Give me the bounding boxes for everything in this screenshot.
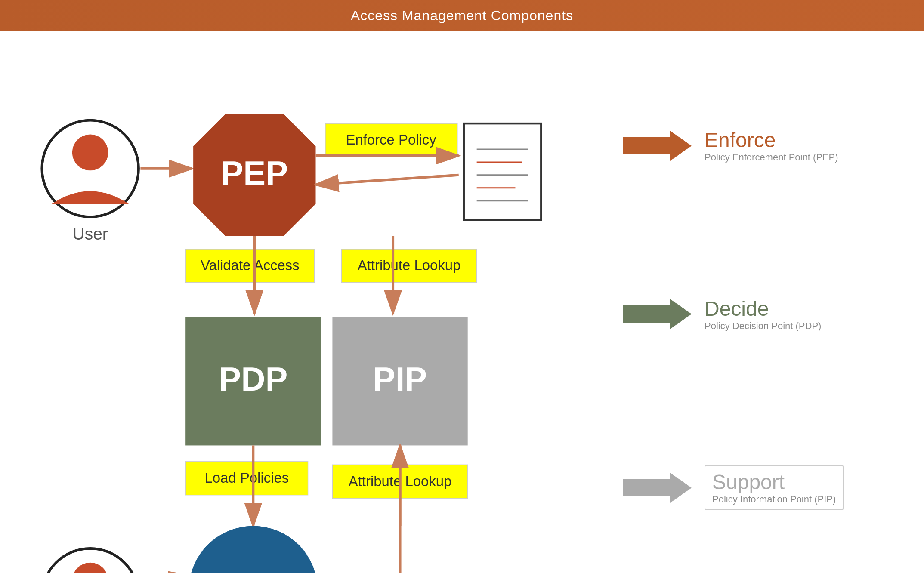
support-title: Support: [712, 470, 836, 494]
svg-text:Validate Access: Validate Access: [201, 257, 300, 273]
pdp-shape: PDP: [185, 317, 321, 445]
support-legend-text: Support Policy Information Point (PIP): [705, 465, 844, 510]
admin-icon: Administrator: [41, 548, 139, 573]
attribute-lookup-label-1: Attribute Lookup: [341, 249, 476, 283]
svg-line-7: [316, 175, 459, 185]
support-subtitle: Policy Information Point (PIP): [712, 494, 836, 505]
svg-text:Attribute Lookup: Attribute Lookup: [358, 257, 461, 273]
enforce-legend-text: Enforce Policy Enforcement Point (PEP): [705, 128, 838, 163]
enforce-subtitle: Policy Enforcement Point (PEP): [705, 152, 838, 163]
svg-point-36: [72, 563, 108, 573]
svg-text:Enforce Policy: Enforce Policy: [346, 132, 436, 148]
legend-decide: Decide Policy Decision Point (PDP): [623, 297, 881, 332]
legend-enforce: Enforce Policy Enforcement Point (PEP): [623, 128, 881, 163]
decide-subtitle: Policy Decision Point (PDP): [705, 320, 821, 332]
svg-marker-38: [623, 131, 692, 161]
support-arrow-icon: [623, 473, 692, 503]
svg-point-1: [72, 135, 108, 171]
enforce-policy-label: Enforce Policy: [325, 123, 457, 157]
document-icon: [464, 123, 541, 220]
load-policies-label: Load Policies: [185, 462, 308, 495]
legend-area: Enforce Policy Enforcement Point (PEP) D…: [606, 49, 898, 573]
pip-label: PIP: [373, 360, 427, 397]
svg-text:Load Policies: Load Policies: [204, 470, 289, 486]
legend-support: Support Policy Information Point (PIP): [623, 465, 881, 510]
main-container: Access Management Components User: [0, 0, 924, 573]
user-label: User: [73, 225, 108, 243]
decide-arrow-icon: [623, 299, 692, 329]
pdp-label: PDP: [219, 360, 287, 397]
svg-rect-8: [464, 123, 541, 220]
enforce-arrow-icon: [623, 131, 692, 161]
pap-shape: PAP: [189, 526, 318, 573]
svg-point-28: [189, 526, 318, 573]
header-title: Access Management Components: [351, 8, 573, 23]
decide-legend-text: Decide Policy Decision Point (PDP): [705, 297, 821, 332]
page-header: Access Management Components: [0, 0, 924, 31]
enforce-title: Enforce: [705, 128, 838, 152]
validate-access-label: Validate Access: [185, 249, 314, 283]
decide-title: Decide: [705, 297, 821, 320]
svg-marker-39: [623, 299, 692, 329]
diagram-area: User PEP Enforce Policy: [26, 49, 606, 573]
pep-label: PEP: [221, 154, 288, 191]
user-icon: User: [42, 120, 138, 243]
pep-shape: PEP: [193, 114, 315, 236]
pip-shape: PIP: [332, 317, 467, 445]
content-area: User PEP Enforce Policy: [0, 31, 924, 573]
svg-marker-40: [623, 473, 692, 503]
